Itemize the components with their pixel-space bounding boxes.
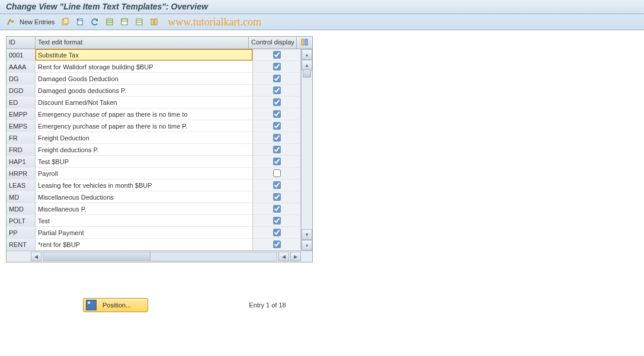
column-id[interactable]: ID xyxy=(7,37,36,49)
svg-rect-9 xyxy=(121,19,127,21)
control-checkbox[interactable] xyxy=(273,86,281,94)
table-row[interactable]: AAAARent for Walldorf storage building $… xyxy=(7,61,301,73)
table-row[interactable]: MDDMiscellaneous P. xyxy=(7,203,301,215)
undo-icon[interactable] xyxy=(88,15,102,28)
cell-text[interactable]: Freight deductions P. xyxy=(36,144,253,156)
table-row[interactable]: EDDiscount Earned/Not Taken xyxy=(7,97,301,108)
cell-id[interactable]: DG xyxy=(7,73,36,85)
control-checkbox[interactable] xyxy=(273,217,281,224)
select-all-icon[interactable] xyxy=(102,15,117,28)
cell-id[interactable]: ED xyxy=(7,97,36,108)
hscroll-right-icon[interactable]: ▶ xyxy=(290,252,301,261)
position-button[interactable]: Position... xyxy=(83,298,148,312)
table-row[interactable]: FRDFreight deductions P. xyxy=(7,144,301,156)
control-checkbox[interactable] xyxy=(273,134,281,142)
column-text-format[interactable]: Text edit format xyxy=(36,37,249,49)
hscroll-left2-icon[interactable]: ◀ xyxy=(278,252,289,261)
scroll-bottom-icon[interactable]: ▾ xyxy=(302,240,312,251)
cell-text[interactable]: Discount Earned/Not Taken xyxy=(36,97,253,108)
cell-id[interactable]: MD xyxy=(7,191,36,203)
horizontal-scrollbar[interactable]: ◀ ◀ ▶ xyxy=(7,251,312,262)
vertical-scrollbar[interactable]: ▴ ▲ ▼ ▾ xyxy=(301,49,312,251)
other-view-icon[interactable] xyxy=(4,15,18,28)
cell-id[interactable]: PP xyxy=(7,227,36,239)
control-checkbox[interactable] xyxy=(273,146,281,153)
table-configure-icon[interactable] xyxy=(297,37,312,49)
table-header: ID Text edit format Control display xyxy=(7,37,312,49)
cell-text[interactable]: Miscellaneous Deductions xyxy=(36,191,253,203)
table-row[interactable]: EMPPEmergency purchase of paper as there… xyxy=(7,108,301,120)
cell-text[interactable]: Substitute Tax xyxy=(36,49,253,61)
table-row[interactable]: PPPartial Payment xyxy=(7,227,301,239)
table-row[interactable]: HAP1Test $BUP xyxy=(7,156,301,168)
cell-id[interactable]: LEAS xyxy=(7,179,36,191)
table-row[interactable]: DGDDamaged goods deductions P. xyxy=(7,85,301,97)
table-row[interactable]: HRPRPayroll xyxy=(7,168,301,179)
cell-control xyxy=(253,156,301,168)
table-row[interactable]: FRFreight Deduction xyxy=(7,132,301,144)
table-row[interactable]: POLTTest xyxy=(7,215,301,227)
cell-id[interactable]: HAP1 xyxy=(7,156,36,168)
cell-text[interactable]: Emergency purchase of paper as there is … xyxy=(36,120,253,132)
hscroll-left-icon[interactable]: ◀ xyxy=(31,252,41,261)
control-checkbox[interactable] xyxy=(273,51,281,59)
cell-id[interactable]: DGD xyxy=(7,85,36,97)
cell-id[interactable]: AAAA xyxy=(7,61,36,73)
copy-as-icon[interactable] xyxy=(58,15,72,28)
control-checkbox[interactable] xyxy=(273,98,281,106)
hscroll-thumb[interactable] xyxy=(43,252,150,261)
cell-control xyxy=(253,168,301,179)
cell-text[interactable]: Miscellaneous P. xyxy=(36,203,253,215)
table-row[interactable]: LEASLeasing fee for vehicles in month $B… xyxy=(7,179,301,191)
column-control-display[interactable]: Control display xyxy=(249,37,297,49)
control-checkbox[interactable] xyxy=(273,181,281,189)
cell-text[interactable]: Partial Payment xyxy=(36,227,253,239)
cell-text[interactable]: Payroll xyxy=(36,168,253,179)
control-checkbox[interactable] xyxy=(273,158,281,165)
new-entries-button[interactable]: New Entries xyxy=(18,15,58,28)
scrollbar-thumb[interactable] xyxy=(303,69,311,78)
cell-text[interactable]: Emergency purchase of paper as there is … xyxy=(36,108,253,120)
hscroll-track[interactable] xyxy=(43,252,277,261)
scroll-top-icon[interactable]: ▴ xyxy=(302,49,312,60)
cell-control xyxy=(253,120,301,132)
cell-id[interactable]: RENT xyxy=(7,239,36,251)
table-row[interactable]: MDMiscellaneous Deductions xyxy=(7,191,301,203)
cell-text[interactable]: Test $BUP xyxy=(36,156,253,168)
control-checkbox[interactable] xyxy=(273,205,281,213)
control-checkbox[interactable] xyxy=(273,63,281,70)
cell-control xyxy=(253,144,301,156)
control-checkbox[interactable] xyxy=(273,240,281,248)
configure-icon[interactable] xyxy=(147,15,161,28)
cell-id[interactable]: EMPP xyxy=(7,108,36,120)
cell-id[interactable]: 0001 xyxy=(7,49,36,61)
table-row[interactable]: EMPSEmergency purchase of paper as there… xyxy=(7,120,301,132)
cell-id[interactable]: FR xyxy=(7,132,36,144)
delete-icon[interactable] xyxy=(73,15,87,28)
cell-text[interactable]: Test xyxy=(36,215,253,227)
control-checkbox[interactable] xyxy=(273,229,281,236)
control-checkbox[interactable] xyxy=(273,110,281,118)
cell-text[interactable]: Damaged goods deductions P. xyxy=(36,85,253,97)
cell-text[interactable]: Leasing fee for vehicles in month $BUP xyxy=(36,179,253,191)
control-checkbox[interactable] xyxy=(273,122,281,130)
scroll-down-icon[interactable]: ▼ xyxy=(302,229,312,240)
cell-id[interactable]: HRPR xyxy=(7,168,36,179)
cell-id[interactable]: MDD xyxy=(7,203,36,215)
control-checkbox[interactable] xyxy=(273,169,281,177)
control-checkbox[interactable] xyxy=(273,75,281,82)
cell-text[interactable]: *rent for $BUP xyxy=(36,239,253,251)
deselect-all-icon[interactable] xyxy=(132,15,146,28)
table-row[interactable]: 0001Substitute Tax xyxy=(7,49,301,61)
cell-text[interactable]: Freight Deduction xyxy=(36,132,253,144)
cell-control xyxy=(253,179,301,191)
control-checkbox[interactable] xyxy=(273,193,281,201)
select-block-icon[interactable] xyxy=(117,15,132,28)
cell-id[interactable]: POLT xyxy=(7,215,36,227)
table-row[interactable]: RENT*rent for $BUP xyxy=(7,239,301,251)
cell-id[interactable]: FRD xyxy=(7,144,36,156)
cell-text[interactable]: Rent for Walldorf storage building $BUP xyxy=(36,61,253,73)
cell-text[interactable]: Damaged Goods Deduction xyxy=(36,73,253,85)
cell-id[interactable]: EMPS xyxy=(7,120,36,132)
table-row[interactable]: DGDamaged Goods Deduction xyxy=(7,73,301,85)
